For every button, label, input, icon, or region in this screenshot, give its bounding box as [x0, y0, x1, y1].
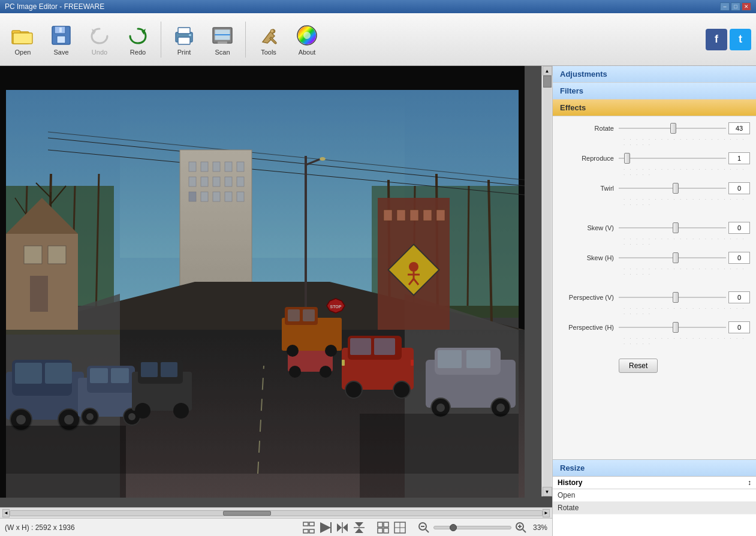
minimize-button[interactable]: –	[720, 2, 730, 11]
scan-label: Scan	[215, 49, 230, 56]
rotate-thumb[interactable]	[670, 123, 676, 134]
close-button[interactable]: ✕	[742, 2, 751, 11]
twirl-thumb[interactable]	[673, 183, 679, 194]
svg-rect-5	[57, 36, 65, 43]
vertical-scroll-track[interactable]	[543, 76, 552, 487]
scan-button[interactable]: Scan	[204, 18, 240, 61]
horizontal-scrollbar[interactable]: ◄ ►	[0, 507, 552, 518]
svg-rect-158	[384, 528, 388, 533]
scroll-left-button[interactable]: ◄	[2, 509, 10, 517]
svg-marker-152	[355, 522, 363, 527]
title-bar: PC Image Editor - FREEWARE – □ ✕	[0, 0, 756, 13]
svg-marker-147	[320, 522, 331, 533]
zoom-level-label: 33%	[533, 523, 547, 532]
zoom-slider-thumb[interactable]	[450, 524, 457, 531]
perspective-h-value[interactable]: 0	[728, 321, 750, 333]
skew-h-slider-container[interactable]	[619, 252, 726, 264]
svg-point-17	[270, 29, 274, 33]
perspective-h-section: Perspective (H) 0 · · · · · · · · · · · …	[559, 321, 750, 347]
print-button[interactable]: Print	[166, 18, 202, 61]
open-button[interactable]: Open	[5, 18, 41, 61]
history-item-rotate[interactable]: Rotate	[553, 502, 756, 514]
maximize-button[interactable]: □	[731, 2, 740, 11]
vertical-scroll-thumb[interactable]	[543, 76, 552, 88]
zoom-fit-icon[interactable]	[318, 520, 333, 535]
horizontal-scroll-thumb[interactable]	[223, 511, 271, 516]
twirl-label: Twirl	[559, 185, 619, 192]
undo-button[interactable]: Undo	[82, 18, 118, 61]
perspective-v-slider-container[interactable]	[619, 291, 726, 303]
skew-h-value[interactable]: 0	[728, 252, 750, 264]
scan-icon	[210, 23, 234, 47]
perspective-h-label: Perspective (H)	[559, 324, 619, 331]
svg-rect-11	[178, 37, 190, 44]
svg-rect-146	[309, 529, 314, 533]
perspective-v-thumb[interactable]	[673, 292, 679, 303]
tools-button[interactable]: Tools	[251, 18, 287, 61]
rotate-label: Rotate	[559, 125, 619, 132]
perspective-h-slider-container[interactable]	[619, 321, 726, 333]
reproduce-value[interactable]: 1	[728, 152, 750, 164]
svg-marker-150	[343, 523, 348, 532]
print-label: Print	[177, 49, 191, 56]
rotate-slider-container[interactable]	[619, 122, 726, 134]
facebook-button[interactable]: f	[706, 29, 727, 50]
skew-h-thumb[interactable]	[673, 252, 679, 263]
zoom-fit-all-icon[interactable]	[302, 520, 316, 535]
perspective-v-value[interactable]: 0	[728, 291, 750, 303]
twirl-slider-container[interactable]	[619, 182, 726, 194]
status-bar: (W x H) : 2592 x 1936	[0, 518, 552, 536]
twirl-section: Twirl 0 · · · · · · · · · · · · · · · · …	[559, 182, 750, 207]
svg-line-164	[426, 529, 429, 532]
svg-rect-21	[0, 66, 525, 90]
scroll-down-button[interactable]: ▼	[543, 487, 552, 496]
rotate-value[interactable]: 43	[728, 122, 750, 134]
title-bar-controls: – □ ✕	[720, 2, 751, 11]
scroll-up-button[interactable]: ▲	[543, 66, 552, 76]
rotate-dots: · · · · · · · · · · · · · · · · · · · · …	[624, 137, 750, 147]
perspective-h-thumb[interactable]	[673, 322, 679, 333]
vertical-scrollbar[interactable]: ▲ ▼	[541, 66, 552, 496]
resize-section[interactable]: Resize	[553, 459, 756, 476]
grid2-icon[interactable]	[393, 520, 407, 535]
perspective-v-dots: · · · · · · · · · · · · · · · · · · · · …	[624, 306, 750, 317]
reproduce-dots: · · · · · · · · · · · · · · · · · · · · …	[624, 167, 750, 177]
tab-filters[interactable]: Filters	[553, 83, 756, 100]
grid-icon[interactable]	[376, 520, 390, 535]
twitter-button[interactable]: t	[730, 29, 751, 50]
skew-v-thumb[interactable]	[673, 222, 679, 233]
svg-rect-142	[360, 414, 519, 498]
twirl-value[interactable]: 0	[728, 182, 750, 194]
skew-v-value[interactable]: 0	[728, 222, 750, 234]
svg-point-20	[303, 32, 311, 39]
scroll-right-button[interactable]: ►	[543, 509, 550, 517]
tab-adjustments[interactable]: Adjustments	[553, 66, 756, 83]
svg-rect-12	[189, 34, 191, 36]
about-icon	[295, 23, 319, 47]
reproduce-slider-container[interactable]	[619, 152, 726, 164]
skew-v-section: Skew (V) 0 · · · · · · · · · · · · · · ·…	[559, 222, 750, 247]
horizontal-scroll-track[interactable]	[10, 510, 543, 516]
flip-horizontal-icon[interactable]	[335, 520, 350, 535]
zoom-in-icon[interactable]	[514, 520, 528, 535]
flip-vertical-icon[interactable]	[352, 520, 366, 535]
reset-button[interactable]: Reset	[619, 359, 658, 373]
image-container[interactable]: STOP	[0, 66, 552, 507]
history-item-open[interactable]: Open	[553, 489, 756, 502]
redo-button[interactable]: Redo	[120, 18, 156, 61]
svg-rect-156	[384, 522, 388, 527]
save-label: Save	[53, 49, 68, 56]
zoom-slider[interactable]	[433, 526, 511, 529]
about-button[interactable]: About	[289, 18, 325, 61]
tools-icon	[257, 23, 281, 47]
social-icons: f t	[706, 29, 751, 50]
tab-effects[interactable]: Effects	[553, 100, 756, 116]
zoom-out-icon[interactable]	[417, 520, 431, 535]
reproduce-row: Reproduce 1	[559, 152, 750, 164]
save-button[interactable]: Save	[43, 18, 79, 61]
svg-rect-10	[178, 28, 190, 34]
history-list: Open Rotate	[553, 489, 756, 536]
skew-v-slider-container[interactable]	[619, 222, 726, 234]
open-label: Open	[15, 49, 31, 56]
reproduce-thumb[interactable]	[624, 153, 630, 164]
